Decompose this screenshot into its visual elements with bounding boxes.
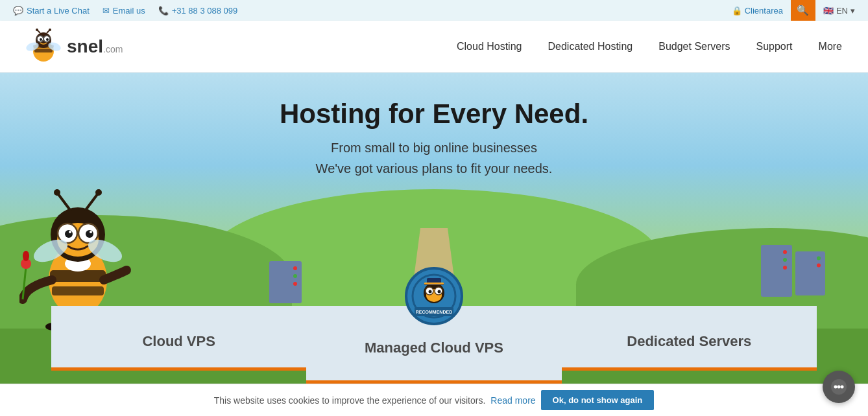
svg-point-59 xyxy=(783,266,787,270)
svg-point-40 xyxy=(95,189,102,196)
logo-bee-icon xyxy=(26,29,62,64)
svg-rect-18 xyxy=(50,270,106,282)
svg-rect-19 xyxy=(52,286,104,295)
cloud-vps-card[interactable]: Cloud VPS xyxy=(51,306,306,371)
svg-point-33 xyxy=(65,230,73,238)
hero-subtitle-line2: We've got various plans to fit your need… xyxy=(316,161,553,176)
svg-point-6 xyxy=(40,38,42,41)
cookie-dismiss-button[interactable]: Ok, do not show again xyxy=(541,390,655,410)
svg-line-39 xyxy=(86,194,97,210)
svg-point-34 xyxy=(86,230,93,238)
phone-number: +31 88 3 088 099 xyxy=(172,6,238,16)
svg-point-48 xyxy=(293,266,297,270)
live-chat-label: Start a Live Chat xyxy=(27,6,90,16)
nav-links: Cloud Hosting Dedicated Hosting Budget S… xyxy=(457,41,842,52)
hero-subtitle: From small to big online businesses We'v… xyxy=(316,137,553,179)
svg-point-23 xyxy=(23,251,29,261)
card-accent-border xyxy=(51,367,306,371)
svg-point-35 xyxy=(69,231,71,233)
chat-bubble-button[interactable] xyxy=(823,371,855,403)
svg-text:RECOMMENDED: RECOMMENDED xyxy=(416,310,452,314)
email-link[interactable]: ✉ Email us xyxy=(102,6,145,16)
svg-point-49 xyxy=(293,274,297,278)
clientarea-link[interactable]: 🔒 Clientarea xyxy=(732,6,783,16)
cloud-vps-server-icon xyxy=(266,258,305,306)
svg-point-58 xyxy=(783,258,787,262)
chevron-down-icon: ▾ xyxy=(850,6,855,16)
svg-rect-47 xyxy=(272,289,298,294)
live-chat-link[interactable]: 💬 Start a Live Chat xyxy=(13,6,90,16)
hero-section: Hosting for Every Need. From small to bi… xyxy=(0,73,868,384)
chat-bubble-icon xyxy=(830,378,847,395)
lang-label: EN xyxy=(836,6,848,16)
svg-point-50 xyxy=(293,282,297,286)
svg-point-7 xyxy=(46,38,49,41)
search-button[interactable]: 🔍 xyxy=(791,0,815,21)
hero-subtitle-line1: From small to big online businesses xyxy=(331,141,537,155)
main-nav: snel.com Cloud Hosting Dedicated Hosting… xyxy=(0,21,868,73)
logo-name: snel xyxy=(67,36,103,56)
svg-point-12 xyxy=(36,29,38,31)
card-accent-border-featured xyxy=(306,380,561,384)
top-bar: 💬 Start a Live Chat ✉ Email us 📞 +31 88 … xyxy=(0,0,868,21)
svg-point-75 xyxy=(437,290,440,294)
cloud-vps-label: Cloud VPS xyxy=(142,333,215,350)
lock-icon: 🔒 xyxy=(732,6,742,16)
svg-rect-56 xyxy=(764,281,789,286)
svg-point-66 xyxy=(817,264,821,268)
svg-point-57 xyxy=(783,250,787,254)
phone-icon: 📞 xyxy=(158,6,169,16)
top-bar-right: 🔒 Clientarea 🔍 🇬🇧 EN ▾ xyxy=(732,0,855,21)
hero-title: Hosting for Every Need. xyxy=(280,98,588,130)
logo-tld: .com xyxy=(103,44,123,54)
flag-icon: 🇬🇧 xyxy=(823,6,834,16)
svg-line-37 xyxy=(58,194,70,210)
dedicated-servers-label: Dedicated Servers xyxy=(627,333,751,350)
svg-point-74 xyxy=(428,290,431,294)
managed-cloud-vps-card[interactable]: RECOMMENDED Managed Cloud VPS xyxy=(306,306,561,384)
svg-rect-55 xyxy=(764,273,789,278)
cookie-bar: This website uses cookies to improve the… xyxy=(0,384,868,416)
nav-more[interactable]: More xyxy=(819,41,842,52)
svg-rect-1 xyxy=(34,49,53,52)
read-more-link[interactable]: Read more xyxy=(490,395,535,406)
svg-rect-78 xyxy=(424,283,444,284)
svg-point-82 xyxy=(834,386,838,389)
svg-rect-64 xyxy=(799,277,822,282)
svg-point-38 xyxy=(54,189,60,196)
email-label: Email us xyxy=(113,6,145,16)
nav-cloud-hosting[interactable]: Cloud Hosting xyxy=(457,41,522,52)
svg-point-84 xyxy=(841,386,844,389)
clientarea-label: Clientarea xyxy=(745,6,783,16)
svg-rect-63 xyxy=(799,270,822,275)
language-selector[interactable]: 🇬🇧 EN ▾ xyxy=(823,6,855,16)
nav-support[interactable]: Support xyxy=(756,41,793,52)
card-accent-border-right xyxy=(562,367,817,371)
dedicated-server-icon xyxy=(758,242,829,300)
top-bar-left: 💬 Start a Live Chat ✉ Email us 📞 +31 88 … xyxy=(13,6,237,16)
recommended-badge: RECOMMENDED xyxy=(405,267,463,325)
svg-point-83 xyxy=(838,386,841,389)
email-icon: ✉ xyxy=(102,6,110,16)
nav-dedicated-hosting[interactable]: Dedicated Hosting xyxy=(548,41,633,52)
managed-cloud-vps-label: Managed Cloud VPS xyxy=(365,340,503,356)
chat-icon: 💬 xyxy=(13,6,23,16)
svg-point-14 xyxy=(49,29,51,31)
phone-link[interactable]: 📞 +31 88 3 088 099 xyxy=(158,6,238,16)
cookie-text: This website uses cookies to improve the… xyxy=(214,395,486,406)
badge-bee-icon: RECOMMENDED xyxy=(411,273,457,319)
svg-point-36 xyxy=(90,231,92,233)
svg-point-65 xyxy=(817,257,821,260)
dedicated-servers-card[interactable]: Dedicated Servers xyxy=(562,306,817,371)
nav-budget-servers[interactable]: Budget Servers xyxy=(658,41,730,52)
logo[interactable]: snel.com xyxy=(26,29,123,64)
